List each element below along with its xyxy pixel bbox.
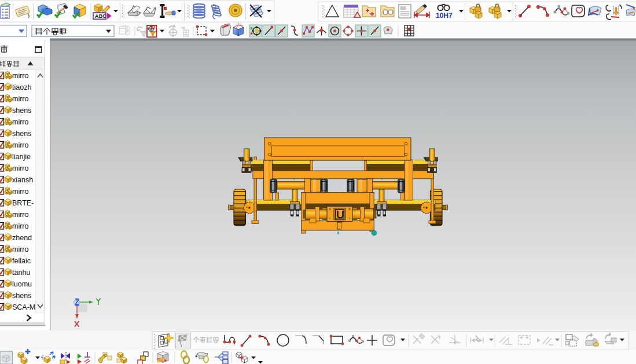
svg-text:mirro: mirro [12,72,29,80]
svg-text:SCA-M: SCA-M [12,303,35,311]
svg-text:mirro: mirro [12,245,29,253]
svg-text:mirro: mirro [12,118,29,126]
svg-text:luomu: luomu [12,280,32,288]
svg-text:lianjie: lianjie [12,153,31,161]
svg-text:shens: shens [12,292,31,300]
svg-text:mirro: mirro [12,141,29,149]
svg-text:mirro: mirro [12,211,29,219]
svg-text:ABC: ABC [95,13,106,19]
svg-text:mirro: mirro [12,95,29,103]
svg-text:BRTE-: BRTE- [12,199,34,207]
svg-text:feilaic: feilaic [12,257,31,265]
svg-text:shens: shens [12,106,31,115]
svg-text:shens: shens [12,130,31,138]
svg-text:mirro: mirro [12,187,29,196]
svg-text:xiansh: xiansh [12,176,33,184]
svg-text:mirro: mirro [12,222,29,230]
svg-text:mirro: mirro [12,164,29,172]
svg-text:zhend: zhend [12,234,32,242]
svg-text:tanhu: tanhu [12,269,30,277]
svg-text:10H7: 10H7 [436,12,453,20]
svg-text:tiaozh: tiaozh [12,83,31,91]
